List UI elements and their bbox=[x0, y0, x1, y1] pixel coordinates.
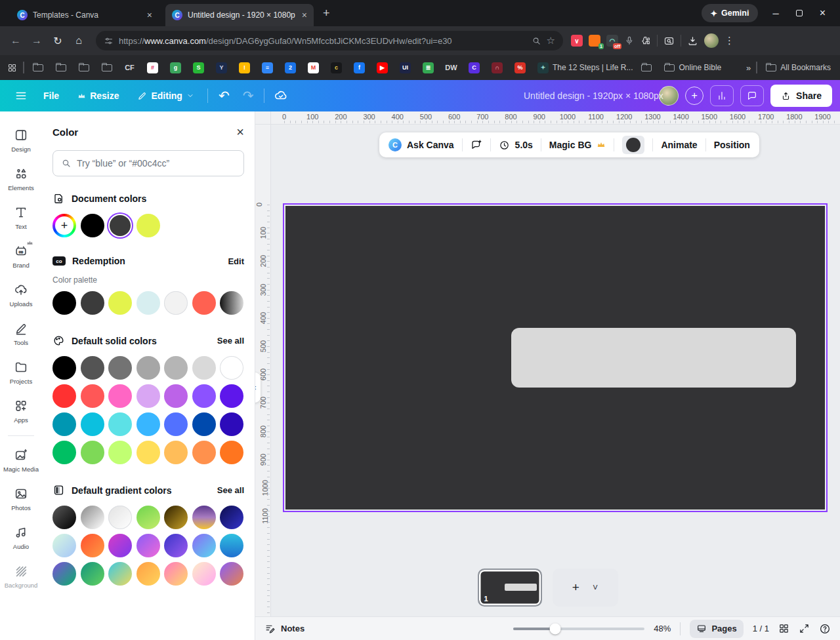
sidebar-item-tools[interactable]: Tools bbox=[2, 315, 40, 352]
sidebar-item-background[interactable]: Background bbox=[2, 558, 40, 595]
gradient-swatch[interactable] bbox=[136, 506, 160, 529]
undo-button[interactable]: ↶ bbox=[212, 88, 236, 104]
grid-view-icon[interactable] bbox=[778, 623, 789, 634]
bookmark-item[interactable]: Online Bible bbox=[662, 60, 724, 75]
file-menu[interactable]: File bbox=[34, 85, 68, 106]
color-swatch[interactable] bbox=[81, 412, 104, 436]
bookmark-item[interactable]: ▶ bbox=[374, 60, 394, 75]
gradient-swatch[interactable] bbox=[81, 562, 104, 586]
bookmark-item[interactable]: ∩ bbox=[489, 60, 509, 75]
sidebar-item-brand[interactable]: co Brand bbox=[2, 238, 40, 275]
background-color-button[interactable] bbox=[622, 136, 644, 154]
fullscreen-icon[interactable] bbox=[799, 623, 810, 634]
reload-icon[interactable]: ↻ bbox=[49, 35, 67, 47]
gradient-swatch[interactable] bbox=[108, 562, 132, 586]
gradient-swatch[interactable] bbox=[220, 562, 243, 586]
color-swatch[interactable] bbox=[136, 441, 160, 464]
extension-icon[interactable]: 1 bbox=[589, 35, 600, 47]
bookmark-item[interactable]: ≡ bbox=[259, 60, 280, 75]
color-swatch[interactable] bbox=[108, 356, 132, 380]
sidebar-item-photos[interactable]: Photos bbox=[2, 481, 40, 517]
redo-button[interactable]: ↷ bbox=[236, 88, 261, 104]
pocket-extension-icon[interactable]: ∨ bbox=[571, 35, 583, 47]
panel-close-icon[interactable]: × bbox=[236, 125, 244, 140]
animate-button[interactable]: Animate bbox=[661, 140, 697, 150]
bookmark-item[interactable] bbox=[75, 60, 96, 75]
comments-button[interactable] bbox=[740, 85, 764, 106]
notes-button[interactable]: Notes bbox=[264, 623, 304, 634]
color-swatch[interactable] bbox=[164, 356, 188, 380]
gradient-swatch[interactable] bbox=[164, 506, 188, 529]
bookmark-star-icon[interactable]: ☆ bbox=[547, 35, 555, 47]
download-icon[interactable] bbox=[687, 35, 698, 47]
gradient-swatch[interactable] bbox=[164, 562, 188, 586]
gradient-swatch[interactable] bbox=[52, 562, 76, 586]
gradient-swatch[interactable] bbox=[164, 534, 188, 557]
design-page[interactable] bbox=[284, 205, 826, 511]
tab-close-icon[interactable]: × bbox=[147, 10, 152, 20]
sidebar-item-design[interactable]: Design bbox=[2, 122, 40, 159]
gradient-swatch[interactable] bbox=[81, 534, 104, 557]
color-swatch[interactable] bbox=[164, 412, 188, 436]
color-swatch[interactable] bbox=[136, 291, 160, 315]
search-tabs-icon[interactable] bbox=[663, 35, 675, 47]
zoom-slider-thumb[interactable] bbox=[550, 623, 561, 634]
address-bar[interactable]: https://www.canva.com/design/DAG6ygGufa0… bbox=[96, 31, 563, 50]
color-swatch[interactable] bbox=[108, 384, 132, 408]
color-swatch[interactable] bbox=[164, 291, 188, 315]
bookmark-item[interactable]: c bbox=[328, 60, 348, 75]
color-search-input[interactable]: Try “blue” or “#00c4cc” bbox=[52, 150, 244, 176]
help-icon[interactable] bbox=[819, 623, 831, 635]
bookmark-item[interactable]: ✦ The 12 Steps | Life R... bbox=[535, 60, 636, 75]
pages-view-button[interactable]: Pages bbox=[690, 620, 743, 638]
gradient-swatch[interactable] bbox=[192, 562, 216, 586]
bookmark-item[interactable] bbox=[52, 60, 73, 75]
position-button[interactable]: Position bbox=[714, 140, 750, 150]
add-page-button[interactable]: + ˅ bbox=[553, 569, 618, 607]
profile-avatar[interactable] bbox=[704, 33, 719, 48]
see-all-gradient-link[interactable]: See all bbox=[217, 485, 244, 495]
gradient-swatch[interactable] bbox=[81, 506, 104, 529]
color-swatch[interactable] bbox=[108, 291, 132, 315]
tab-untitled-design[interactable]: C Untitled design - 1920 × 1080p × bbox=[165, 4, 314, 26]
bookmark-item[interactable]: ! bbox=[236, 60, 257, 75]
gradient-swatch[interactable] bbox=[220, 506, 243, 529]
zoom-slider[interactable] bbox=[513, 628, 644, 630]
color-swatch[interactable] bbox=[164, 441, 188, 464]
gradient-swatch[interactable] bbox=[220, 534, 243, 557]
sidebar-item-text[interactable]: Text bbox=[2, 199, 40, 236]
bookmark-item[interactable]: DW bbox=[443, 60, 463, 75]
mic-icon[interactable] bbox=[624, 35, 635, 46]
bookmark-item[interactable]: CF bbox=[121, 60, 142, 75]
page-1-thumbnail[interactable]: 1 bbox=[478, 569, 542, 607]
add-comment-button[interactable] bbox=[471, 139, 482, 151]
insights-button[interactable] bbox=[710, 85, 734, 106]
window-minimize-button[interactable]: ─ bbox=[772, 9, 778, 18]
color-swatch[interactable] bbox=[220, 356, 243, 380]
gradient-swatch[interactable] bbox=[136, 562, 160, 586]
sidebar-item-apps[interactable]: Apps bbox=[2, 393, 40, 430]
bookmark-item[interactable]: C bbox=[466, 60, 486, 75]
bookmark-item[interactable]: Y bbox=[213, 60, 234, 75]
color-swatch[interactable] bbox=[220, 291, 243, 315]
add-color-button[interactable]: + bbox=[52, 214, 76, 237]
color-swatch[interactable] bbox=[81, 384, 104, 408]
color-swatch[interactable] bbox=[192, 291, 216, 315]
color-swatch[interactable] bbox=[110, 215, 131, 236]
sidebar-item-magic-media[interactable]: Magic Media bbox=[2, 442, 40, 479]
color-swatch[interactable] bbox=[81, 441, 104, 464]
extension-icon[interactable]: ◠off bbox=[606, 35, 618, 47]
bookmark-item[interactable] bbox=[639, 60, 659, 75]
color-swatch[interactable] bbox=[81, 356, 104, 380]
color-swatch[interactable] bbox=[136, 384, 160, 408]
tab-close-icon[interactable]: × bbox=[302, 10, 307, 20]
bookmark-item[interactable]: ≣ bbox=[420, 60, 440, 75]
sidebar-item-uploads[interactable]: Uploads bbox=[2, 277, 40, 313]
magic-bg-button[interactable]: Magic BG bbox=[549, 140, 606, 150]
color-swatch[interactable] bbox=[136, 412, 160, 436]
color-swatch[interactable] bbox=[52, 291, 76, 315]
bookmark-item[interactable]: % bbox=[512, 60, 532, 75]
apps-grid-icon[interactable] bbox=[7, 62, 18, 73]
back-icon[interactable]: ← bbox=[7, 35, 25, 47]
color-swatch[interactable] bbox=[52, 356, 76, 380]
